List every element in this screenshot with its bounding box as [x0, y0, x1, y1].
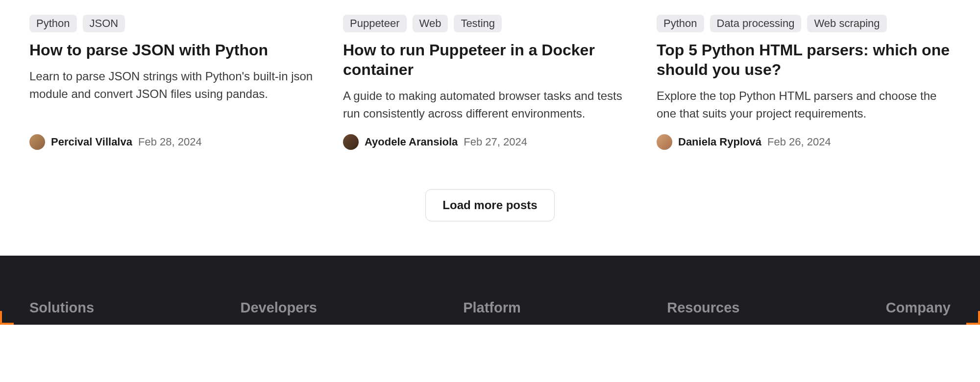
footer-heading-resources[interactable]: Resources [667, 300, 739, 316]
article-description: Learn to parse JSON strings with Python'… [29, 68, 323, 103]
author-avatar[interactable] [29, 134, 45, 150]
tag[interactable]: Web scraping [807, 15, 886, 32]
article-description: Explore the top Python HTML parsers and … [657, 87, 951, 122]
tag[interactable]: JSON [83, 15, 125, 32]
article-description: A guide to making automated browser task… [343, 87, 637, 122]
article-title[interactable]: Top 5 Python HTML parsers: which one sho… [657, 40, 951, 79]
publish-date: Feb 26, 2024 [767, 136, 831, 148]
author-avatar[interactable] [657, 134, 672, 150]
publish-date: Feb 28, 2024 [138, 136, 202, 148]
tag[interactable]: Web [413, 15, 448, 32]
footer-heading-developers[interactable]: Developers [240, 300, 317, 316]
tag-list: Puppeteer Web Testing [343, 15, 637, 32]
tag[interactable]: Data processing [710, 15, 802, 32]
article-card[interactable]: Puppeteer Web Testing How to run Puppete… [343, 15, 637, 150]
author-avatar[interactable] [343, 134, 359, 150]
publish-date: Feb 27, 2024 [464, 136, 527, 148]
footer-heading-solutions[interactable]: Solutions [29, 300, 94, 316]
footer-heading-platform[interactable]: Platform [463, 300, 521, 316]
footer-heading-company[interactable]: Company [886, 300, 951, 316]
load-more-button[interactable]: Load more posts [425, 189, 554, 221]
byline: Percival Villalva Feb 28, 2024 [29, 134, 323, 150]
byline: Ayodele Aransiola Feb 27, 2024 [343, 134, 637, 150]
article-title[interactable]: How to run Puppeteer in a Docker contain… [343, 40, 637, 79]
tag[interactable]: Puppeteer [343, 15, 407, 32]
load-more-section: Load more posts [0, 174, 980, 256]
tag[interactable]: Python [657, 15, 704, 32]
tag[interactable]: Testing [454, 15, 502, 32]
author-name[interactable]: Percival Villalva [51, 136, 132, 148]
article-card[interactable]: Python JSON How to parse JSON with Pytho… [29, 15, 323, 150]
tag[interactable]: Python [29, 15, 77, 32]
tag-list: Python JSON [29, 15, 323, 32]
article-title[interactable]: How to parse JSON with Python [29, 40, 323, 60]
author-name[interactable]: Daniela Ryplová [678, 136, 761, 148]
article-card[interactable]: Python Data processing Web scraping Top … [657, 15, 951, 150]
tag-list: Python Data processing Web scraping [657, 15, 951, 32]
footer: Solutions Developers Platform Resources … [0, 256, 980, 325]
byline: Daniela Ryplová Feb 26, 2024 [657, 134, 951, 150]
articles-grid: Python JSON How to parse JSON with Pytho… [0, 0, 980, 174]
author-name[interactable]: Ayodele Aransiola [365, 136, 458, 148]
